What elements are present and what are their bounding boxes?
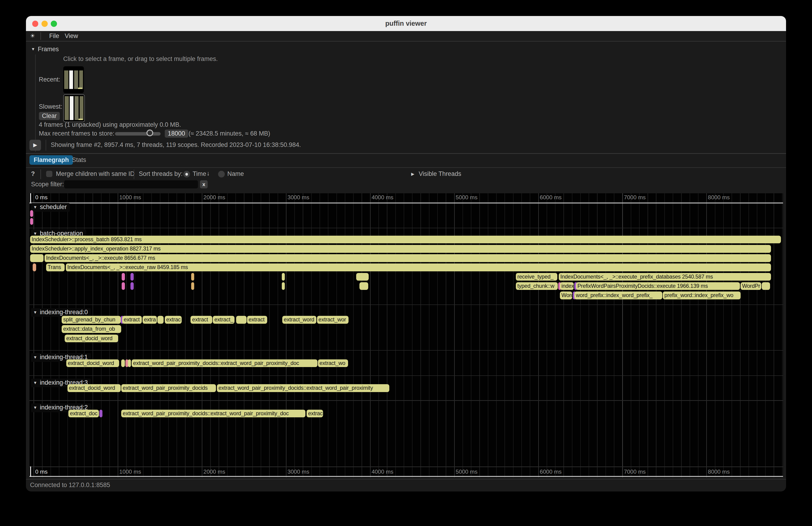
- flamegraph-canvas[interactable]: 0 ms0 ms1000 ms1000 ms2000 ms2000 ms3000…: [29, 193, 783, 478]
- frame-bar[interactable]: [69, 71, 73, 89]
- scope-bar[interactable]: typed_chunk::w: [516, 282, 558, 290]
- scope-bar[interactable]: [128, 360, 131, 367]
- tab-flamegraph[interactable]: Flamegraph: [29, 155, 73, 164]
- sort-name-radio[interactable]: [218, 171, 225, 177]
- scope-bar[interactable]: [130, 273, 133, 281]
- scope-bar[interactable]: extract: [190, 316, 212, 324]
- menu-item-file[interactable]: File: [49, 31, 59, 41]
- slowest-frames-thumbnail[interactable]: [63, 94, 85, 122]
- scope-bar[interactable]: extract_docid_word: [66, 360, 119, 367]
- play-button[interactable]: ▶: [29, 140, 41, 151]
- visible-threads-label: Visible Threads: [419, 170, 461, 177]
- scope-bar[interactable]: [282, 282, 285, 290]
- time-tick-label: 5000 ms: [455, 194, 477, 201]
- time-tick-label: 0 ms: [35, 469, 47, 475]
- play-icon: ▶: [33, 142, 37, 148]
- frame-bar[interactable]: [79, 71, 83, 89]
- scope-bar[interactable]: [30, 210, 33, 217]
- scope-bar[interactable]: extract_wo: [318, 360, 348, 367]
- max-frames-value[interactable]: 18000: [165, 130, 188, 138]
- scope-bar[interactable]: Word: [560, 292, 572, 299]
- scope-bar[interactable]: WordPr: [741, 282, 761, 290]
- scope-bar[interactable]: IndexDocuments<_, _>::execute_prefix_dat…: [559, 273, 771, 281]
- scope-bar[interactable]: [121, 360, 125, 367]
- scope-bar[interactable]: extract::data_from_ob: [62, 325, 121, 333]
- scope-filter-input[interactable]: [64, 180, 198, 189]
- separator: [26, 167, 786, 168]
- time-tick-label: 8000 ms: [708, 469, 730, 475]
- scope-bar[interactable]: PrefixWordPairsProximityDocids::execute …: [576, 282, 740, 290]
- scope-bar[interactable]: IndexScheduler>::apply_index_operation 8…: [30, 245, 771, 253]
- scope-bar[interactable]: extract_word: [282, 316, 316, 324]
- scope-bar[interactable]: Trans: [46, 263, 65, 271]
- scope-bar[interactable]: [762, 282, 770, 290]
- frame-bar[interactable]: [75, 96, 79, 120]
- slowest-label: Slowest:: [39, 103, 62, 110]
- sort-time-radio[interactable]: [183, 171, 190, 177]
- scope-bar[interactable]: [191, 273, 194, 281]
- scope-bar[interactable]: [157, 316, 164, 324]
- scope-bar[interactable]: index: [560, 282, 574, 290]
- frame-bar[interactable]: [64, 71, 68, 89]
- scope-bar[interactable]: [99, 410, 102, 418]
- scope-bar[interactable]: receive_typed_: [516, 273, 557, 281]
- scope-bar[interactable]: extract_word_pair_proximity_docids: [121, 384, 216, 392]
- scope-bar[interactable]: [122, 282, 125, 290]
- recent-frames-thumbnail[interactable]: [63, 66, 84, 93]
- scope-bar[interactable]: [191, 282, 194, 290]
- scope-bar[interactable]: extract_wor: [317, 316, 349, 324]
- scope-bar[interactable]: extract_: [213, 316, 234, 324]
- merge-children-checkbox[interactable]: [46, 171, 53, 177]
- section-separator: [29, 228, 783, 228]
- desktop: puffin viewer ☀ File View ▼Frames Click …: [0, 0, 812, 526]
- scope-bar[interactable]: extract_word_pair_proximity_docids::extr…: [121, 410, 306, 418]
- scope-bar[interactable]: [356, 273, 369, 281]
- scope-bar[interactable]: IndexScheduler>::process_batch 8953.821 …: [30, 236, 781, 244]
- scope-bar[interactable]: extract: [122, 316, 142, 324]
- clear-filter-button[interactable]: x: [200, 180, 208, 189]
- ruler-edge-tick: [30, 466, 31, 477]
- scope-bar[interactable]: [122, 273, 125, 281]
- scope-bar[interactable]: IndexDocuments<_, _>::execute_raw 8459.1…: [66, 263, 771, 271]
- help-button[interactable]: ?: [31, 170, 35, 177]
- scope-bar[interactable]: [236, 316, 247, 324]
- max-frames-slider[interactable]: [115, 132, 161, 136]
- scope-bar[interactable]: split_grenad_by_chun: [62, 316, 121, 324]
- sort-direction-arrow-icon[interactable]: ↓: [207, 170, 210, 177]
- scope-bar[interactable]: word_prefix::index_word_prefix_: [574, 292, 662, 299]
- tab-stats[interactable]: Stats: [70, 155, 88, 164]
- frame-bar[interactable]: [65, 96, 69, 120]
- scope-bar[interactable]: extract_doc: [68, 410, 99, 418]
- scope-bar[interactable]: [30, 218, 33, 225]
- menu-item-view[interactable]: View: [65, 31, 78, 41]
- frame-bar[interactable]: [74, 71, 78, 89]
- frames-collapse-header[interactable]: ▼Frames: [31, 46, 59, 53]
- thread-header-indexing-thread:0[interactable]: ▼indexing-thread:0: [31, 308, 91, 317]
- scope-bar[interactable]: [130, 282, 133, 290]
- scope-bar[interactable]: extract_docid_word: [68, 384, 121, 392]
- visible-threads-header[interactable]: ▶ Visible Threads: [411, 170, 461, 177]
- clear-button[interactable]: Clear: [39, 112, 60, 120]
- scope-bar[interactable]: [33, 263, 37, 271]
- scope-bar[interactable]: extract_docid_word: [65, 335, 118, 342]
- frame-bar[interactable]: [70, 96, 73, 120]
- scope-bar[interactable]: [30, 254, 44, 262]
- scope-bar[interactable]: [359, 282, 368, 290]
- playbar-divider: [46, 140, 46, 151]
- theme-toggle-icon[interactable]: ☀: [30, 31, 35, 41]
- scope-bar[interactable]: extract: [247, 316, 267, 324]
- ruler-line: [29, 476, 783, 477]
- thread-header-scheduler[interactable]: ▼scheduler: [31, 203, 70, 212]
- scope-bar[interactable]: extrac: [165, 316, 182, 324]
- scope-bar[interactable]: extra: [143, 316, 157, 324]
- scope-bar[interactable]: extrac: [307, 410, 323, 418]
- scope-bar[interactable]: prefix_word::index_prefix_wo: [663, 292, 740, 299]
- scope-bar[interactable]: extract_word_pair_proximity_docids::extr…: [217, 384, 389, 392]
- scope-bar[interactable]: IndexDocuments<_, _>::execute 8656.677 m…: [44, 254, 771, 262]
- frames-header-label: Frames: [38, 46, 59, 53]
- slider-knob[interactable]: [146, 130, 153, 136]
- frame-bar[interactable]: [80, 96, 84, 120]
- sort-time-label: Time: [192, 170, 206, 177]
- scope-bar[interactable]: [282, 273, 285, 281]
- scope-bar[interactable]: extract_word_pair_proximity_docids::extr…: [132, 360, 318, 367]
